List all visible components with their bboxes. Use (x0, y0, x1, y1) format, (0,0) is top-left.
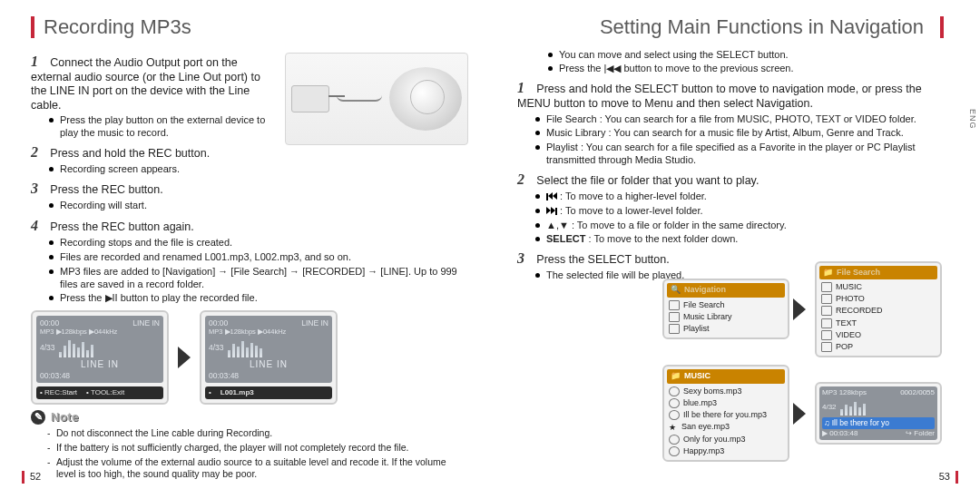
folder-icon (821, 282, 832, 292)
folder-icon (821, 342, 832, 352)
step-number: 3 (517, 249, 530, 268)
bullet: Press the |◀◀ button to move to the prev… (548, 63, 944, 75)
note-item: If the battery is not sufficiently charg… (47, 442, 468, 454)
music-note-icon (669, 410, 680, 420)
screen-a-footer-item: • REC:Start (40, 388, 77, 397)
page-left: Recording MP3s 1 Connect the Audio Outpu… (0, 0, 490, 489)
screen-b-footer-item: • (209, 388, 211, 397)
bullet: SELECT : To move to the next folder down… (535, 233, 944, 246)
screen-a-footer: • REC:Start • TOOL:Exit (36, 386, 163, 399)
nav-head: 📁 File Search (819, 266, 937, 279)
bullet: Press the play button on the external de… (49, 114, 276, 140)
title-text: Setting Main Functions in Navigation (600, 15, 924, 40)
step-number: 2 (517, 171, 530, 189)
bullet: Press the ▶II button to play the recorde… (49, 292, 468, 305)
nav-head-label: Navigation (684, 285, 726, 295)
bullet: You can move and select using the SELECT… (548, 49, 944, 62)
step-4-text: Press the REC button again. (50, 220, 193, 233)
page-number-value: 53 (939, 471, 950, 484)
nav-head-label: MUSIC (684, 371, 710, 381)
screen-b-footer-item: L001.mp3 (220, 388, 254, 397)
music-note-icon (669, 398, 680, 408)
bullet: ▲,▼ : To move to a file or folder in the… (535, 220, 944, 232)
playing-title: ♫ Ill be there for yo (822, 417, 935, 429)
step-2: 2 Press and hold the REC button. (31, 143, 276, 161)
title-text: Recording MP3s (44, 15, 191, 40)
step-2-bullets: Recording screen appears. (49, 163, 276, 176)
step-3: 3 Press the REC button. (31, 180, 276, 198)
bullet: : To move to a lower-level folder. (535, 205, 944, 218)
note-item: Adjust the volume of the external audio … (47, 456, 468, 480)
step-number: 1 (517, 79, 530, 97)
screen-a-header-right: LINE IN (132, 318, 160, 328)
step-number: 2 (31, 143, 44, 161)
page-title-left: Recording MP3s (31, 15, 468, 40)
note-header: ✎ Note (31, 410, 468, 425)
folder-icon (669, 324, 680, 334)
nav-item: Music Library (667, 311, 785, 323)
folder-icon (821, 330, 832, 340)
bullet: Music Library : You can search for a mus… (535, 127, 944, 140)
nav-item: TEXT (819, 318, 937, 329)
step-number: 4 (31, 217, 44, 235)
nav-screen-navigation: 🔍 Navigation File Search Music Library P… (662, 279, 789, 339)
nav-screen-playing: MP3 128kbps 0002/0055 4/32 ♫ Ill be ther… (815, 382, 942, 445)
bullet: MP3 files are added to [Navigation] → [F… (49, 266, 468, 291)
right-step-2: 2 Select the file or folder that you wan… (517, 171, 944, 189)
screen-a-track: 4/33 (40, 343, 55, 352)
screen-a-title: LINE IN (40, 359, 160, 370)
bullet: Recording will start. (49, 200, 276, 212)
page-right: Setting Main Functions in Navigation You… (490, 0, 980, 489)
bullet: Recording stops and the file is created. (49, 237, 468, 249)
star-icon: ★ (669, 423, 678, 431)
screen-b-header-left: 00:00 (209, 318, 228, 328)
page-number-left: 52 (22, 471, 41, 484)
bullet: Recording screen appears. (49, 163, 276, 176)
title-accent-icon (31, 16, 34, 38)
step-2-text: Press and hold the REC button. (50, 147, 210, 160)
right-step-2-bullets: |◀◀ : To move to a higher-level folder.:… (535, 191, 944, 246)
arrow-right-icon (178, 347, 191, 368)
right-step-2-text: Select the file or folder that you want … (536, 174, 759, 187)
nav-item: Only for you.mp3 (667, 434, 785, 445)
step-3-text: Press the REC button. (50, 183, 162, 196)
screen-b-track: 4/33 (209, 343, 224, 352)
now-playing-panel: MP3 128kbps 0002/0055 4/32 ♫ Ill be ther… (819, 386, 937, 440)
folder-icon (821, 306, 832, 316)
nav-item: PHOTO (819, 293, 937, 305)
note-label: Note (51, 410, 79, 425)
step-4: 4 Press the REC button again. (31, 217, 468, 235)
arrow-right-icon (793, 298, 806, 320)
page-number-right: 53 (939, 471, 958, 484)
playing-track: 4/32 (822, 403, 837, 412)
folder-icon (821, 294, 832, 304)
nav-item: Happy.mp3 (667, 445, 785, 457)
equalizer-bars-icon (228, 337, 262, 357)
nav-item: Playlist (667, 323, 785, 335)
language-tab: ENG (967, 109, 977, 130)
equalizer-bars-icon (840, 399, 866, 416)
right-step-1-text: Press and hold the SELECT button to move… (517, 83, 922, 110)
recording-screen-a: 00:00 LINE IN MP3 ▶128kbps ▶044kHz 4/33 … (31, 310, 169, 404)
nav-screen-music: 📁 MUSIC Sexy boms.mp3 blue.mp3 Ill be th… (662, 365, 789, 462)
nav-item: Ill be there for you.mp3 (667, 409, 785, 421)
page-number-accent-icon (22, 471, 24, 484)
nav-item: RECORDED (819, 305, 937, 317)
nav-item: blue.mp3 (667, 397, 785, 409)
audio-jack-icon (291, 85, 329, 112)
screen-b-header-right: LINE IN (301, 318, 328, 328)
music-note-icon (669, 446, 680, 456)
right-step-3-text: Press the SELECT button. (536, 253, 669, 266)
music-note-icon (669, 435, 680, 445)
playing-time: ▶ 00:03:48 (822, 429, 858, 438)
note-item: Do not disconnect the Line cable during … (47, 427, 468, 439)
title-accent-icon (940, 16, 944, 38)
step-1-bullets: Press the play button on the external de… (49, 114, 276, 140)
nav-item: POP (819, 341, 937, 353)
screen-a-footer-item: • TOOL:Exit (86, 388, 124, 397)
step-1: 1 Connect the Audio Output port on the e… (31, 53, 276, 113)
nav-item: File Search (667, 299, 785, 311)
device-illustration (285, 53, 468, 145)
playing-folder: ↪ Folder (906, 429, 935, 438)
music-note-icon (669, 386, 680, 396)
